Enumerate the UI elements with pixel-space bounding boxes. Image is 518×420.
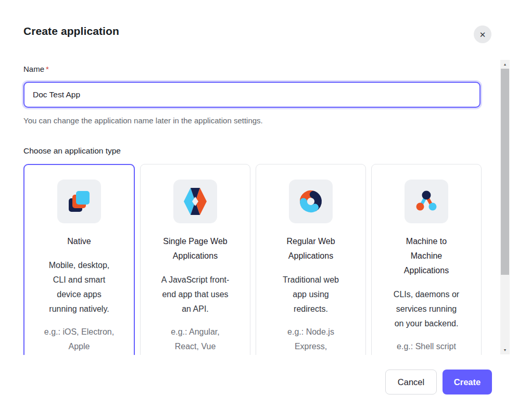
spa-icon-tile (173, 180, 217, 223)
card-examples: e.g.: Angular, React, Vue (159, 325, 231, 354)
create-button[interactable]: Create (443, 370, 492, 394)
card-title: Native (44, 234, 114, 249)
m2m-icon-tile (405, 180, 448, 223)
card-title: Machine to Machine Applications (391, 234, 461, 278)
card-description: CLIs, daemons or services running on you… (390, 287, 462, 331)
m2m-linked-nodes-icon (414, 189, 439, 214)
scroll-up-icon: ▲ (503, 62, 507, 66)
card-title: Regular Web Applications (276, 234, 346, 263)
modal-title: Create application (23, 25, 119, 37)
card-description: Traditional web app using redirects. (275, 273, 347, 316)
regular-web-icon-tile (289, 180, 333, 223)
close-button[interactable]: ✕ (474, 26, 491, 43)
name-helper-text: You can change the application name late… (23, 116, 263, 125)
name-label: Name* (23, 65, 49, 73)
card-examples: e.g.: Shell script (390, 339, 462, 354)
close-icon: ✕ (479, 31, 486, 39)
vertical-scrollbar[interactable]: ▲ ▼ (500, 60, 510, 354)
application-name-input[interactable] (23, 82, 481, 108)
regular-web-swirl-icon (298, 189, 323, 214)
scroll-down-icon: ▼ (503, 348, 507, 352)
card-native[interactable]: Native Mobile, desktop, CLI and smart de… (23, 164, 135, 355)
card-description: Mobile, desktop, CLI and smart device ap… (43, 258, 115, 316)
scrollbar-thumb[interactable] (501, 69, 509, 275)
card-title: Single Page Web Applications (160, 234, 230, 263)
card-regular-web[interactable]: Regular Web Applications Traditional web… (256, 164, 366, 355)
scroll-down-button[interactable]: ▼ (500, 346, 510, 354)
required-asterisk: * (46, 65, 49, 73)
card-machine-to-machine[interactable]: Machine to Machine Applications CLIs, da… (371, 164, 482, 355)
card-examples: e.g.: iOS, Electron, Apple (43, 325, 115, 354)
card-examples: e.g.: Node.js Express, (275, 325, 347, 354)
cancel-button[interactable]: Cancel (385, 370, 437, 394)
card-single-page-web[interactable]: Single Page Web Applications A JavaScrip… (140, 164, 250, 355)
create-application-modal: Create application ✕ Name* You can chang… (0, 0, 518, 420)
native-stacked-squares-icon (67, 189, 92, 214)
application-type-cards: Native Mobile, desktop, CLI and smart de… (23, 164, 482, 355)
native-icon-tile (57, 180, 101, 223)
card-description: A JavaScript front-end app that uses an … (159, 273, 231, 316)
modal-body: Name* You can change the application nam… (0, 57, 500, 355)
scroll-up-button[interactable]: ▲ (500, 60, 510, 69)
application-type-label: Choose an application type (23, 146, 121, 156)
spa-hex-diamond-icon (184, 188, 207, 215)
